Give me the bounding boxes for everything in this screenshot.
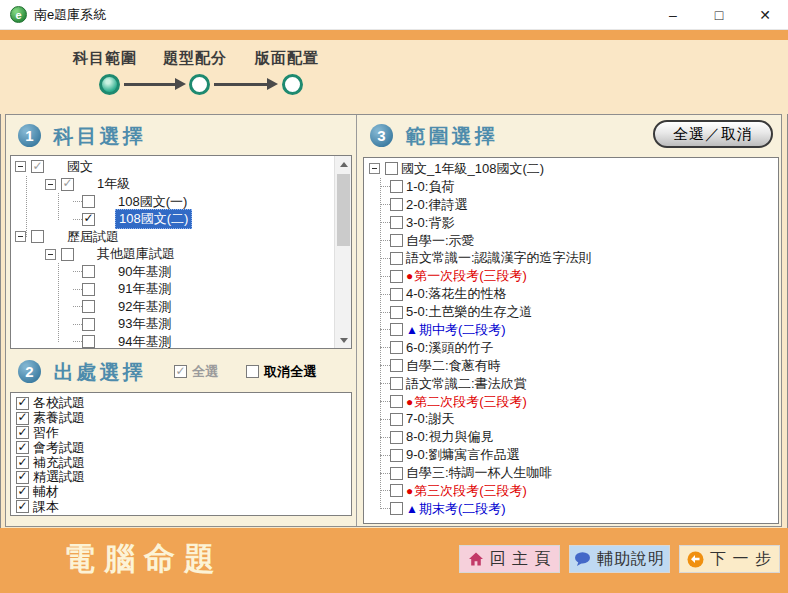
tree-item[interactable]: 8-0:視力與偏見 <box>364 428 778 446</box>
tree-checkbox[interactable] <box>61 248 74 261</box>
tree-checkbox[interactable] <box>82 335 95 348</box>
tree-checkbox[interactable] <box>390 395 403 408</box>
tree-item[interactable]: 語文常識二:書法欣賞 <box>364 375 778 393</box>
select-all-checkbox[interactable]: 全選 <box>174 359 218 385</box>
source-item-checkbox[interactable] <box>16 397 29 410</box>
tree-item-label[interactable]: 自學一:示愛 <box>403 232 478 250</box>
tree-item[interactable]: 國文_1年級_108國文(二) <box>364 160 778 178</box>
tree-checkbox[interactable] <box>390 234 403 247</box>
source-list-item[interactable]: 課本 <box>13 500 349 515</box>
tree-checkbox[interactable] <box>82 265 95 278</box>
tree-expander-icon[interactable] <box>15 161 26 172</box>
tree-item-label[interactable]: 語文常識一:認識漢字的造字法則 <box>403 249 595 267</box>
tree-item[interactable]: ●第三次段考(三段考) <box>364 482 778 500</box>
tree-checkbox[interactable] <box>82 318 95 331</box>
source-item-checkbox[interactable] <box>16 500 29 513</box>
tree-checkbox[interactable] <box>82 283 95 296</box>
tree-checkbox[interactable] <box>390 252 403 265</box>
tree-checkbox[interactable] <box>390 377 403 390</box>
tree-item[interactable]: 4-0:落花生的性格 <box>364 285 778 303</box>
tree-item[interactable]: ●第二次段考(三段考) <box>364 393 778 411</box>
tree-item-label[interactable]: ▲期末考(二段考) <box>403 500 509 518</box>
tree-item[interactable]: 2-0:律詩選 <box>364 196 778 214</box>
tree-item-label[interactable]: 93年基測 <box>115 315 174 333</box>
subject-tree-scrollbar[interactable] <box>334 156 351 348</box>
tree-item-label[interactable]: 語文常識二:書法欣賞 <box>403 375 530 393</box>
tree-item-label[interactable]: 1年級 <box>94 175 133 193</box>
source-list-item[interactable]: 輔材 <box>13 485 349 500</box>
tree-checkbox[interactable] <box>82 213 95 226</box>
tree-item[interactable]: 91年基測 <box>11 281 351 299</box>
tree-checkbox[interactable] <box>390 484 403 497</box>
scrollbar-thumb[interactable] <box>337 174 350 246</box>
tree-item[interactable]: ●第一次段考(三段考) <box>364 267 778 285</box>
tree-item-label[interactable]: 3-0:背影 <box>403 214 457 232</box>
source-item-checkbox[interactable] <box>16 456 29 469</box>
tree-item-label[interactable]: 91年基測 <box>115 280 174 298</box>
tree-item[interactable]: ▲期中考(二段考) <box>364 321 778 339</box>
tree-expander-icon[interactable] <box>369 163 380 174</box>
home-button[interactable]: 回 主 頁 <box>459 545 560 573</box>
tree-checkbox[interactable] <box>390 467 403 480</box>
tree-item[interactable]: 自學二:食蔥有時 <box>364 357 778 375</box>
tree-checkbox[interactable] <box>390 431 403 444</box>
tree-item[interactable]: 自學三:特調一杯人生咖啡 <box>364 464 778 482</box>
tree-checkbox[interactable] <box>31 230 44 243</box>
tree-expander-icon[interactable] <box>45 179 56 190</box>
tree-item-label[interactable]: 國文 <box>64 158 96 176</box>
tree-expander-icon[interactable] <box>45 249 56 260</box>
tree-item[interactable]: 1-0:負荷 <box>364 178 778 196</box>
select-all-toggle-button[interactable]: 全選／取消 <box>653 120 773 148</box>
tree-checkbox[interactable] <box>390 341 403 354</box>
tree-item-label[interactable]: 92年基測 <box>115 298 174 316</box>
tree-item[interactable]: 6-0:溪頭的竹子 <box>364 339 778 357</box>
tree-checkbox[interactable] <box>385 162 398 175</box>
tree-checkbox[interactable] <box>390 359 403 372</box>
tree-item[interactable]: 3-0:背影 <box>364 214 778 232</box>
tree-checkbox[interactable] <box>31 160 44 173</box>
tree-item[interactable]: 94年基測 <box>11 333 351 349</box>
tree-item[interactable]: 語文常識一:認識漢字的造字法則 <box>364 249 778 267</box>
tree-item-label[interactable]: 108國文(一) <box>115 193 190 211</box>
tree-checkbox[interactable] <box>61 178 74 191</box>
tree-item[interactable]: 歷屆試題 <box>11 228 351 246</box>
scroll-down-icon[interactable] <box>335 332 352 348</box>
tree-item-label[interactable]: 4-0:落花生的性格 <box>403 285 509 303</box>
tree-item[interactable]: 108國文(一) <box>11 193 351 211</box>
tree-item-label[interactable]: 108國文(二) <box>115 209 192 229</box>
tree-item-label[interactable]: 其他題庫試題 <box>94 245 178 263</box>
tree-checkbox[interactable] <box>390 216 403 229</box>
select-all-checkbox-box[interactable] <box>174 365 187 378</box>
tree-item[interactable]: 國文 <box>11 158 351 176</box>
tree-item[interactable]: 1年級 <box>11 176 351 194</box>
tree-checkbox[interactable] <box>390 288 403 301</box>
tree-expander-icon[interactable] <box>15 231 26 242</box>
tree-item[interactable]: 自學一:示愛 <box>364 232 778 250</box>
tree-checkbox[interactable] <box>390 270 403 283</box>
tree-item-label[interactable]: 自學三:特調一杯人生咖啡 <box>403 464 556 482</box>
tree-item[interactable]: 其他題庫試題 <box>11 246 351 264</box>
tree-item-label[interactable]: 1-0:負荷 <box>403 178 457 196</box>
tree-item[interactable]: 90年基測 <box>11 263 351 281</box>
source-list-item[interactable]: 精選試題 <box>13 470 349 485</box>
tree-item[interactable]: 5-0:土芭樂的生存之道 <box>364 303 778 321</box>
tree-checkbox[interactable] <box>390 180 403 193</box>
tree-item-label[interactable]: 94年基測 <box>115 333 174 349</box>
tree-item-label[interactable]: 5-0:土芭樂的生存之道 <box>403 303 535 321</box>
tree-item-label[interactable]: 國文_1年級_108國文(二) <box>398 160 547 178</box>
tree-item[interactable]: 93年基測 <box>11 316 351 334</box>
source-list-item[interactable]: 素養試題 <box>13 411 349 426</box>
minimize-button[interactable]: – <box>650 0 696 30</box>
tree-item[interactable]: 92年基測 <box>11 298 351 316</box>
tree-item-label[interactable]: 8-0:視力與偏見 <box>403 428 496 446</box>
close-button[interactable]: ✕ <box>742 0 788 30</box>
tree-item-label[interactable]: 9-0:劉墉寓言作品選 <box>403 446 522 464</box>
source-item-checkbox[interactable] <box>16 441 29 454</box>
source-item-checkbox[interactable] <box>16 412 29 425</box>
tree-item[interactable]: ▲期末考(二段考) <box>364 500 778 518</box>
tree-item-label[interactable]: 自學二:食蔥有時 <box>403 357 504 375</box>
tree-item[interactable]: 9-0:劉墉寓言作品選 <box>364 446 778 464</box>
tree-item-label[interactable]: ▲期中考(二段考) <box>403 321 509 339</box>
source-item-checkbox[interactable] <box>16 471 29 484</box>
scroll-up-icon[interactable] <box>335 156 352 172</box>
